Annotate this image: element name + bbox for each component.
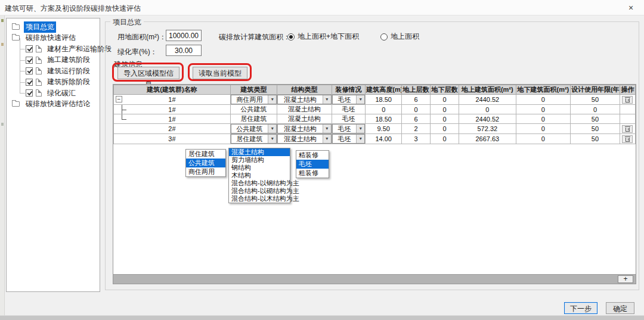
chevron-down-icon[interactable]: ▾ [356, 95, 364, 104]
type-cell[interactable]: 公共建筑▾ [230, 124, 277, 134]
building-name-cell[interactable]: −1# [114, 95, 231, 105]
chevron-down-icon[interactable]: ▾ [323, 125, 331, 133]
decor-cell[interactable]: 毛坯▾ [332, 95, 366, 105]
dropdown-option[interactable]: 精装修 [296, 151, 329, 160]
decor-combobox[interactable]: 毛坯▾ [332, 134, 366, 144]
land-area-input[interactable] [166, 30, 202, 41]
area-below-cell[interactable]: 0 [516, 124, 570, 134]
import-region-model-button[interactable]: 导入区域模型信息 [117, 67, 179, 79]
dropdown-option[interactable]: 木结构 [229, 172, 290, 179]
building-name-cell[interactable]: 3# [114, 134, 231, 144]
checkbox-checked-icon[interactable] [26, 67, 33, 74]
chevron-down-icon[interactable]: ▾ [268, 135, 276, 143]
delete-row-button[interactable] [622, 135, 633, 143]
radio-selected-icon[interactable] [287, 33, 295, 41]
area-above-cell[interactable]: 2667.63 [459, 134, 516, 144]
decor-combobox[interactable]: 毛坯▾ [332, 95, 366, 104]
column-header: 地上层数 [402, 85, 431, 95]
dropdown-option[interactable]: 居住建筑 [186, 150, 225, 159]
struct-combobox[interactable]: 混凝土结构▾ [277, 134, 331, 144]
collapse-icon[interactable]: − [116, 96, 122, 102]
calc-area-radio-1[interactable]: 地上面积 [380, 32, 419, 42]
dropdown-option[interactable]: 混合结构-以木结构为主 [229, 195, 290, 203]
sidebar-item-4[interactable]: 建筑运行阶段 [7, 66, 100, 77]
area-above-cell[interactable]: 572.32 [459, 124, 516, 134]
decor-cell[interactable]: 毛坯▾ [332, 134, 366, 144]
dropdown-option[interactable]: 粗装修 [296, 169, 329, 178]
checkbox-checked-icon[interactable] [26, 57, 33, 64]
years-cell[interactable]: 50 [571, 134, 620, 144]
floors-above-cell[interactable]: 3 [402, 134, 431, 144]
dropdown-option[interactable]: 商住两用 [186, 167, 225, 176]
struct-cell[interactable]: 混凝土结构▾ [277, 134, 332, 144]
dropdown-option[interactable]: 公共建筑 [186, 159, 225, 167]
radio-unselected-icon[interactable] [380, 33, 388, 41]
floors-above-cell[interactable]: 2 [402, 124, 431, 134]
area-above-cell[interactable]: 2440.52 [459, 95, 516, 105]
checkbox-checked-icon[interactable] [26, 79, 33, 86]
chevron-down-icon[interactable]: ▾ [356, 125, 364, 133]
sidebar-item-5[interactable]: 建筑拆除阶段 [7, 77, 100, 88]
sidebar-item-3[interactable]: 施工建筑阶段 [7, 55, 100, 66]
dropdown-option[interactable]: 钢结构 [229, 164, 290, 172]
chevron-down-icon[interactable]: ▾ [268, 95, 276, 104]
floors-above-cell[interactable]: 6 [402, 95, 431, 105]
type-combobox[interactable]: 居住建筑▾ [231, 134, 277, 144]
area-below-cell[interactable]: 0 [516, 95, 570, 105]
type-cell[interactable]: 商住两用▾ [230, 95, 277, 105]
calc-area-radio-0[interactable]: 地上面积+地下面积 [287, 32, 359, 42]
green-rate-label: 绿化率(%)： [117, 47, 157, 57]
floors-below-cell[interactable]: 0 [431, 134, 459, 144]
years-cell: 0 [571, 105, 620, 114]
building-name-cell[interactable]: 2# [114, 124, 231, 134]
delete-row-button[interactable] [622, 125, 633, 133]
type-combobox[interactable]: 公共建筑▾ [231, 124, 277, 133]
struct-combobox[interactable]: 混凝土结构▾ [277, 124, 331, 133]
checkbox-checked-icon[interactable] [26, 45, 33, 52]
green-rate-input[interactable] [166, 45, 202, 56]
dropdown-option[interactable]: 毛坯 [296, 160, 329, 169]
dropdown-option[interactable]: 剪力墙结构 [229, 156, 290, 164]
area-below-cell[interactable]: 0 [516, 134, 570, 144]
height-cell[interactable]: 14.00 [366, 134, 402, 144]
page-icon [36, 57, 42, 64]
struct-combobox[interactable]: 混凝土结构▾ [277, 95, 331, 104]
floors-below-cell[interactable]: 0 [431, 124, 459, 134]
height-cell: 0 [366, 105, 402, 114]
years-cell[interactable]: 50 [571, 124, 620, 134]
dropdown-option[interactable]: 混合结构-以钢结构为主 [229, 179, 290, 187]
struct-cell[interactable]: 混凝土结构▾ [277, 124, 332, 134]
sidebar-item-1[interactable]: 碳排放快速评估 [7, 33, 100, 44]
combobox-value: 商住两用 [231, 95, 268, 104]
dropdown-option[interactable]: 混凝土结构 [229, 148, 290, 156]
sidebar-item-0[interactable]: 项目总览 [7, 21, 100, 33]
add-row-button[interactable]: + [618, 275, 633, 283]
sidebar-item-2[interactable]: 建材生产和运输阶段 [7, 44, 100, 55]
operation-cell [620, 114, 635, 124]
delete-row-button[interactable] [622, 96, 633, 104]
sidebar-item-6[interactable]: 绿化碳汇 [7, 88, 100, 99]
height-cell: 18.50 [366, 114, 402, 124]
chevron-down-icon[interactable]: ▾ [268, 125, 276, 133]
type-combobox[interactable]: 商住两用▾ [231, 95, 277, 104]
height-cell[interactable]: 9.50 [366, 124, 402, 134]
type-cell[interactable]: 居住建筑▾ [230, 134, 277, 144]
chevron-down-icon[interactable]: ▾ [323, 135, 331, 143]
struct-cell[interactable]: 混凝土结构▾ [277, 95, 332, 105]
dropdown-option[interactable]: 混合结构-以砌结构为主 [229, 187, 290, 195]
next-step-button[interactable]: 下一步 [564, 302, 597, 314]
decor-cell: 毛坯 [332, 105, 366, 114]
decor-cell[interactable]: 毛坯▾ [332, 124, 366, 134]
read-current-model-button[interactable]: 读取当前模型 [193, 67, 247, 79]
sidebar-item-7[interactable]: 碳排放快速评估结论 [7, 99, 100, 110]
height-cell[interactable]: 18.50 [366, 95, 402, 105]
checkbox-checked-icon[interactable] [26, 89, 33, 97]
ok-button[interactable]: 确定 [606, 302, 634, 314]
chevron-down-icon[interactable]: ▾ [356, 135, 364, 143]
floors-below-cell[interactable]: 0 [431, 95, 459, 105]
table-horizontal-scrollbar[interactable]: + [113, 274, 636, 284]
years-cell[interactable]: 50 [571, 95, 620, 105]
close-icon[interactable]: × [623, 2, 639, 14]
decor-combobox[interactable]: 毛坯▾ [332, 124, 366, 133]
chevron-down-icon[interactable]: ▾ [323, 95, 331, 104]
